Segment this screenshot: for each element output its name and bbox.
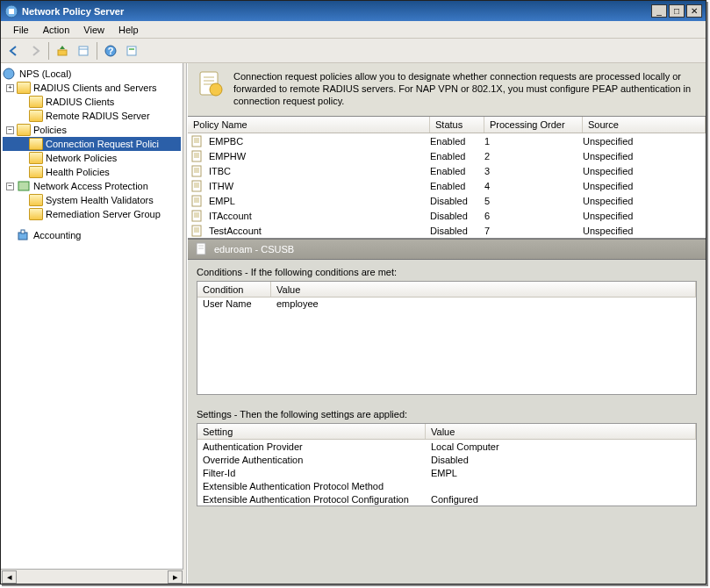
cell-condition: User Name bbox=[203, 298, 276, 309]
settings-section: Settings - Then the following settings a… bbox=[188, 398, 706, 510]
up-button[interactable] bbox=[53, 41, 72, 61]
tree-policies[interactable]: − Policies bbox=[3, 123, 181, 137]
cell-status: Enabled bbox=[430, 136, 484, 147]
policy-list[interactable]: Policy Name Status Processing Order Sour… bbox=[188, 116, 706, 239]
tree-hscrollbar[interactable]: ◂ ▸ bbox=[1, 569, 183, 584]
setting-row[interactable]: Extensible Authentication Protocol Confi… bbox=[197, 492, 696, 506]
svg-rect-10 bbox=[18, 182, 29, 190]
expander-icon[interactable]: − bbox=[6, 126, 14, 134]
svg-rect-3 bbox=[79, 47, 88, 55]
cell-status: Disabled bbox=[430, 196, 484, 206]
menu-help[interactable]: Help bbox=[111, 25, 146, 35]
policy-row[interactable]: EMPHWEnabled2Unspecified bbox=[188, 148, 706, 163]
menu-file[interactable]: File bbox=[6, 25, 36, 35]
policy-row[interactable]: EMPBCEnabled1Unspecified bbox=[188, 133, 706, 148]
folder-icon bbox=[17, 124, 31, 136]
menu-action[interactable]: Action bbox=[36, 25, 77, 35]
tree-radius-clients[interactable]: RADIUS Clients bbox=[3, 95, 181, 109]
expander-icon[interactable]: − bbox=[6, 183, 14, 190]
cell-setting: Override Authentication bbox=[203, 455, 431, 465]
properties-button[interactable] bbox=[74, 41, 93, 61]
policy-row[interactable]: TestAccountDisabled7Unspecified bbox=[188, 223, 706, 238]
svg-rect-7 bbox=[127, 47, 136, 55]
svg-rect-8 bbox=[129, 48, 134, 50]
folder-icon bbox=[17, 82, 31, 94]
col-setting[interactable]: Setting bbox=[197, 424, 426, 439]
scroll-right-icon[interactable]: ▸ bbox=[168, 570, 183, 584]
cell-order: 2 bbox=[484, 151, 583, 161]
cell-setting: Filter-Id bbox=[203, 468, 431, 478]
cell-value: employee bbox=[276, 298, 319, 309]
tree-pane[interactable]: NPS (Local) + RADIUS Clients and Servers… bbox=[1, 63, 183, 569]
cell-status: Disabled bbox=[430, 226, 484, 236]
banner-text: Connection request policies allow you to… bbox=[233, 70, 697, 107]
col-condition[interactable]: Condition bbox=[197, 282, 271, 297]
cell-name: TestAccount bbox=[207, 226, 430, 236]
tree-shv[interactable]: System Health Validators bbox=[3, 193, 181, 207]
cell-name: ITAccount bbox=[207, 211, 430, 221]
cell-source: Unspecified bbox=[583, 136, 706, 147]
tree-health-policies[interactable]: Health Policies bbox=[3, 165, 181, 179]
cell-status: Disabled bbox=[430, 211, 484, 221]
folder-icon bbox=[29, 208, 43, 220]
col-source[interactable]: Source bbox=[583, 117, 706, 133]
tree-network-policies[interactable]: Network Policies bbox=[3, 151, 181, 165]
cell-order: 6 bbox=[484, 211, 583, 221]
setting-row[interactable]: Filter-IdEMPL bbox=[197, 466, 696, 479]
cell-setting: Extensible Authentication Protocol Confi… bbox=[203, 494, 431, 505]
policy-row[interactable]: ITHWEnabled4Unspecified bbox=[188, 178, 706, 193]
setting-row[interactable]: Authentication ProviderLocal Computer bbox=[197, 440, 696, 453]
col-status[interactable]: Status bbox=[430, 117, 484, 133]
svg-rect-2 bbox=[58, 50, 67, 55]
condition-row[interactable]: User Nameemployee bbox=[197, 298, 696, 310]
setting-row[interactable]: Extensible Authentication Protocol Metho… bbox=[197, 479, 696, 492]
minimize-button[interactable]: _ bbox=[651, 4, 667, 18]
svg-rect-38 bbox=[192, 211, 201, 221]
settings-table[interactable]: Setting Value Authentication ProviderLoc… bbox=[197, 423, 697, 506]
detail-pane: Connection request policies allow you to… bbox=[187, 63, 706, 584]
refresh-button[interactable] bbox=[122, 41, 141, 61]
cell-setting: Authentication Provider bbox=[203, 441, 431, 452]
policy-row[interactable]: EMPLDisabled5Unspecified bbox=[188, 193, 706, 208]
back-button[interactable] bbox=[4, 41, 24, 61]
accounting-icon bbox=[17, 229, 31, 241]
cell-order: 4 bbox=[484, 181, 583, 191]
setting-row[interactable]: Override AuthenticationDisabled bbox=[197, 453, 696, 466]
col-policy-name[interactable]: Policy Name bbox=[188, 117, 430, 133]
cell-source: Unspecified bbox=[583, 226, 706, 236]
close-button[interactable]: ✕ bbox=[686, 4, 702, 18]
cell-order: 1 bbox=[484, 136, 583, 147]
nps-icon bbox=[3, 68, 17, 80]
folder-icon bbox=[29, 194, 43, 206]
col-value[interactable]: Value bbox=[271, 282, 696, 297]
policy-row[interactable]: ITBCEnabled3Unspecified bbox=[188, 163, 706, 178]
tree-connection-request-policies[interactable]: Connection Request Polici bbox=[3, 137, 181, 151]
selected-item-name: eduroam - CSUSB bbox=[214, 244, 294, 255]
scroll-left-icon[interactable]: ◂ bbox=[2, 570, 17, 584]
tree-rsg[interactable]: Remediation Server Group bbox=[3, 207, 181, 221]
forward-button[interactable] bbox=[25, 41, 45, 61]
tree-root[interactable]: NPS (Local) bbox=[3, 67, 181, 81]
help-button[interactable]: ? bbox=[101, 41, 120, 61]
tree-nap[interactable]: − Network Access Protection bbox=[3, 179, 181, 193]
content-area: NPS (Local) + RADIUS Clients and Servers… bbox=[1, 63, 706, 584]
cell-source: Unspecified bbox=[583, 181, 706, 191]
maximize-button[interactable]: □ bbox=[669, 4, 685, 18]
tree-radius-parent[interactable]: + RADIUS Clients and Servers bbox=[3, 81, 181, 95]
cell-source: Unspecified bbox=[583, 166, 706, 176]
col-setting-value[interactable]: Value bbox=[426, 424, 696, 439]
menu-view[interactable]: View bbox=[76, 25, 111, 35]
svg-text:?: ? bbox=[108, 46, 114, 56]
svg-rect-22 bbox=[192, 151, 201, 161]
policy-row[interactable]: ITAccountDisabled6Unspecified bbox=[188, 208, 706, 223]
tree-accounting[interactable]: Accounting bbox=[3, 228, 181, 242]
tree-remote-radius[interactable]: Remote RADIUS Server bbox=[3, 109, 181, 123]
svg-rect-12 bbox=[21, 230, 25, 233]
expander-icon[interactable]: + bbox=[6, 84, 14, 92]
doc-icon bbox=[191, 225, 204, 237]
folder-icon bbox=[29, 166, 43, 178]
col-order[interactable]: Processing Order bbox=[484, 117, 583, 133]
svg-rect-34 bbox=[192, 196, 201, 206]
conditions-table[interactable]: Condition Value User Nameemployee bbox=[197, 281, 697, 395]
svg-rect-30 bbox=[192, 181, 201, 191]
